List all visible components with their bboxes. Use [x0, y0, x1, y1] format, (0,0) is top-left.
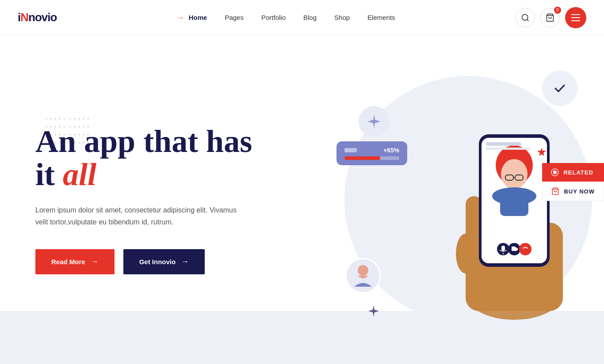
svg-point-5: [358, 265, 368, 276]
nav-item-home[interactable]: Home: [177, 14, 207, 22]
svg-point-29: [519, 243, 531, 255]
hamburger-line-3: [571, 20, 580, 21]
nav-item-portfolio[interactable]: Portfolio: [261, 14, 286, 22]
svg-point-23: [492, 187, 536, 205]
svg-point-18: [501, 159, 528, 189]
hamburger-line-2: [571, 17, 580, 18]
nav-item-pages[interactable]: Pages: [225, 14, 244, 22]
logo[interactable]: iNnovio: [18, 11, 57, 24]
nav-item-shop[interactable]: Shop: [334, 14, 350, 22]
progress-bar-fill: [344, 156, 380, 160]
hero-left: An app that has it all Lorem ipsum dolor…: [0, 99, 332, 301]
buy-now-button[interactable]: BUY NOW: [542, 182, 604, 201]
hand-phone-illustration: [426, 108, 567, 337]
nav-item-blog[interactable]: Blog: [303, 14, 317, 22]
progress-bar-bg: [344, 156, 399, 160]
hero-section: An app that has it all Lorem ipsum dolor…: [0, 35, 604, 364]
cart-button[interactable]: 0: [540, 8, 560, 27]
nav-icons: 0: [516, 7, 586, 28]
svg-rect-25: [486, 142, 521, 146]
svg-marker-6: [368, 305, 379, 317]
svg-rect-26: [486, 148, 530, 150]
arrow-icon: →: [91, 257, 99, 266]
svg-marker-4: [368, 114, 380, 129]
cart-icon: [546, 13, 554, 22]
cart-badge: 0: [554, 7, 561, 14]
checkmark-badge: [542, 71, 577, 106]
nav-item-elements[interactable]: Elements: [367, 14, 395, 22]
hero-buttons: Read More → Get Innovio →: [35, 249, 297, 274]
svg-rect-30: [501, 246, 505, 251]
search-button[interactable]: [516, 8, 535, 27]
cart-icon-sidebar: [551, 187, 559, 195]
svg-rect-32: [512, 246, 515, 251]
svg-point-14: [456, 234, 475, 273]
related-button[interactable]: RELATED: [542, 163, 604, 182]
navbar: iNnovio Home Pages Portfolio Blog Shop E…: [0, 0, 604, 35]
sparkle-icon-bottom: [367, 305, 380, 320]
progress-card: +65%: [336, 141, 407, 165]
get-innovio-button[interactable]: Get Innovio →: [123, 249, 205, 274]
sidebar-panel: RELATED BUY NOW: [542, 163, 604, 201]
hero-subtitle: Lorem ipsum dolor sit amet, consectetur …: [35, 204, 248, 228]
hamburger-line-1: [571, 14, 580, 15]
avatar-small: [345, 258, 381, 293]
sparkle-avatar: [359, 106, 390, 137]
progress-bar-label: [344, 148, 357, 152]
svg-point-3: [551, 80, 569, 97]
hamburger-menu-button[interactable]: [565, 7, 586, 28]
arrow-icon-2: →: [181, 257, 189, 266]
related-icon: [551, 168, 559, 176]
read-more-button[interactable]: Read More →: [35, 249, 115, 274]
svg-line-1: [527, 19, 529, 21]
search-icon: [521, 13, 530, 22]
dots-pattern: [44, 115, 90, 147]
svg-point-0: [522, 14, 528, 20]
